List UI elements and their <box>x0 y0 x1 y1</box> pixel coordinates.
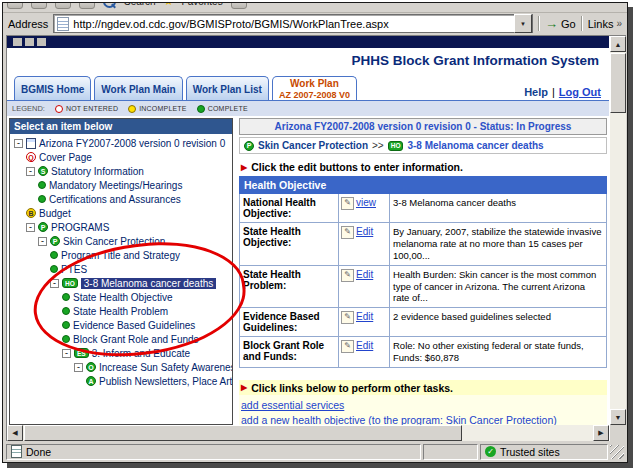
scroll-right-button[interactable]: ▶ <box>593 425 609 441</box>
edit-link[interactable]: Edit <box>356 226 373 237</box>
tree-item-label: Increase Sun Safety Awareness in... <box>99 362 232 373</box>
tree-item-evidence-based-guidelines[interactable]: Evidence Based Guidelines <box>10 318 232 332</box>
horizontal-scroll-thumb[interactable] <box>24 425 462 441</box>
tab-work-plan-main[interactable]: Work Plan Main <box>94 76 182 101</box>
tab-label: Work Plan <box>290 78 339 90</box>
tree-item-ptes[interactable]: PTES <box>10 262 232 276</box>
expander-icon[interactable]: - <box>26 167 35 176</box>
edit-link[interactable]: Edit <box>356 340 373 351</box>
health-objective-table: Health Objective National Health Objecti… <box>239 176 607 368</box>
browser-window: Search ★ Favorites Address http://ngdev.… <box>2 2 628 463</box>
trusted-sites-icon: ✓ <box>485 446 496 457</box>
tree-item-label: Arizona FY2007-2008 version 0 revision 0 <box>39 138 225 149</box>
expander-icon[interactable]: - <box>38 237 47 246</box>
table-row: Block Grant Role and Funds:✎EditRole: No… <box>240 337 607 368</box>
doc-icon <box>26 138 36 149</box>
main-area: Select an item below -Arizona FY2007-200… <box>7 118 609 425</box>
tree-panel: Select an item below -Arizona FY2007-200… <box>9 118 233 425</box>
scroll-up-button[interactable]: ▲ <box>610 36 626 52</box>
page-content: PHHS Block Grant Information System BGMI… <box>7 36 609 425</box>
search-icon[interactable] <box>103 3 116 8</box>
edit-icon: ✎ <box>341 311 354 324</box>
tree-item-label: Skin Cancer Protection <box>63 236 165 247</box>
bullet-icon <box>50 265 58 273</box>
tree-item-mandatory-meetings-hearings[interactable]: Mandatory Meetings/Hearings <box>10 178 232 192</box>
tree-item-publish-newsletters-place-arti[interactable]: APublish Newsletters, Place Arti... <box>10 374 232 388</box>
expander-icon[interactable]: - <box>50 279 59 288</box>
expander-icon[interactable]: - <box>62 349 71 358</box>
tree-item-arizona-fy2007-2008-version-0-revision-0[interactable]: -Arizona FY2007-2008 version 0 revision … <box>10 136 232 150</box>
edit-link[interactable]: Edit <box>356 311 373 322</box>
vertical-scrollbar[interactable]: ▲ ▼ <box>610 36 626 425</box>
edit-link[interactable]: Edit <box>356 269 373 280</box>
p-icon: P <box>38 222 48 232</box>
favorites-icon[interactable]: ★ <box>164 3 174 8</box>
row-action: ✎Edit <box>339 223 390 266</box>
tree-item-label: 3. Inform and Educate <box>92 348 190 359</box>
forward-icon[interactable] <box>31 3 47 9</box>
vertical-scroll-thumb[interactable] <box>610 53 626 113</box>
viewport: PHHS Block Grant Information System BGMI… <box>6 35 626 441</box>
tree-item-programs[interactable]: -PPROGRAMS <box>10 220 232 234</box>
go-button[interactable]: → Go <box>545 18 576 30</box>
tree-item-certifications-and-assurances[interactable]: Certifications and Assurances <box>10 192 232 206</box>
program-icon: P <box>244 141 254 151</box>
address-dropdown-button[interactable]: ▼ <box>514 14 532 33</box>
tree-item-skin-cancer-protection[interactable]: -PSkin Cancer Protection <box>10 234 232 248</box>
tab-bgmis-home[interactable]: BGMIS Home <box>14 76 91 101</box>
back-icon[interactable] <box>7 3 23 9</box>
scroll-left-button[interactable]: ◀ <box>7 425 23 441</box>
tab-work-plan-list[interactable]: Work Plan List <box>186 76 269 101</box>
tree-item-cover-page[interactable]: QCover Page <box>10 150 232 164</box>
row-action: ✎view <box>339 194 390 223</box>
links-button[interactable]: Links » <box>588 18 622 30</box>
p-icon: P <box>50 236 60 246</box>
home-icon[interactable] <box>79 3 95 9</box>
task-link-add-essential-services[interactable]: add essential services <box>241 398 607 413</box>
tree-item-state-health-objective[interactable]: State Health Objective <box>10 290 232 304</box>
tree-item-3-8-melanoma-cancer-deaths[interactable]: -HO3-8 Melanoma cancer deaths <box>10 276 232 290</box>
search-button[interactable]: Search <box>124 3 156 7</box>
table-row: State Health Objective:✎EditBy January, … <box>240 223 607 266</box>
view-link[interactable]: view <box>356 197 376 208</box>
help-link[interactable]: Help <box>524 86 548 98</box>
tab-work-plan-az-2007-2008-v0[interactable]: Work PlanAZ 2007-2008 V0 <box>272 76 357 101</box>
resize-grip[interactable] <box>610 445 624 459</box>
refresh-icon[interactable] <box>55 3 71 9</box>
tree-item-program-title-and-strategy[interactable]: Program Title and Strategy <box>10 248 232 262</box>
tree-item-3-inform-and-educate[interactable]: -ES3. Inform and Educate <box>10 346 232 360</box>
tree-item-budget[interactable]: BBudget <box>10 206 232 220</box>
media-icon[interactable] <box>231 3 247 9</box>
go-arrow-icon: → <box>545 19 558 29</box>
legend-item-complete: COMPLETE <box>197 105 248 113</box>
bullet-icon <box>62 293 70 301</box>
toolbar-row: Search ★ Favorites <box>7 3 247 12</box>
tree-item-label: Publish Newsletters, Place Arti... <box>99 376 232 387</box>
tree-item-increase-sun-safety-awareness-in[interactable]: -OIncrease Sun Safety Awareness in... <box>10 360 232 374</box>
divider <box>538 16 540 31</box>
tree-item-block-grant-role-and-funds[interactable]: Block Grant Role and Funds <box>10 332 232 346</box>
task-link-add-a-new-health-objective-to-the-program-[interactable]: add a new health objective (to the progr… <box>241 413 607 425</box>
logout-link[interactable]: Log Out <box>559 86 601 98</box>
breadcrumb-program: Skin Cancer Protection <box>258 140 368 151</box>
legend-item-label: COMPLETE <box>208 105 248 112</box>
address-url[interactable]: http://ngdev.od.cdc.gov/BGMISProto/BGMIS… <box>73 18 510 30</box>
expander-icon[interactable]: - <box>14 139 23 148</box>
scroll-down-button[interactable]: ▼ <box>610 409 626 425</box>
tree-item-statutory-information[interactable]: -SStatutory Information <box>10 164 232 178</box>
edit-prompt: ▶ Click the edit buttons to enter inform… <box>239 161 607 173</box>
tree-panel-header: Select an item below <box>10 119 232 134</box>
page-title: PHHS Block Grant Information System <box>351 53 599 68</box>
address-input[interactable]: http://ngdev.od.cdc.gov/BGMISProto/BGMIS… <box>53 14 533 33</box>
expander-icon[interactable]: - <box>26 223 35 232</box>
tree-item-state-health-problem[interactable]: State Health Problem <box>10 304 232 318</box>
favorites-button[interactable]: Favorites <box>182 3 223 7</box>
table-row: National Health Objective:✎view3-8 Melan… <box>240 194 607 223</box>
expander-icon[interactable]: - <box>74 363 83 372</box>
row-action: ✎Edit <box>339 265 390 308</box>
b-icon: B <box>26 208 36 218</box>
bullet-icon <box>38 181 46 189</box>
row-label: National Health Objective: <box>240 194 339 223</box>
horizontal-scrollbar[interactable]: ◀ ▶ <box>7 425 609 441</box>
address-bar: Address http://ngdev.od.cdc.gov/BGMISPro… <box>3 13 627 34</box>
